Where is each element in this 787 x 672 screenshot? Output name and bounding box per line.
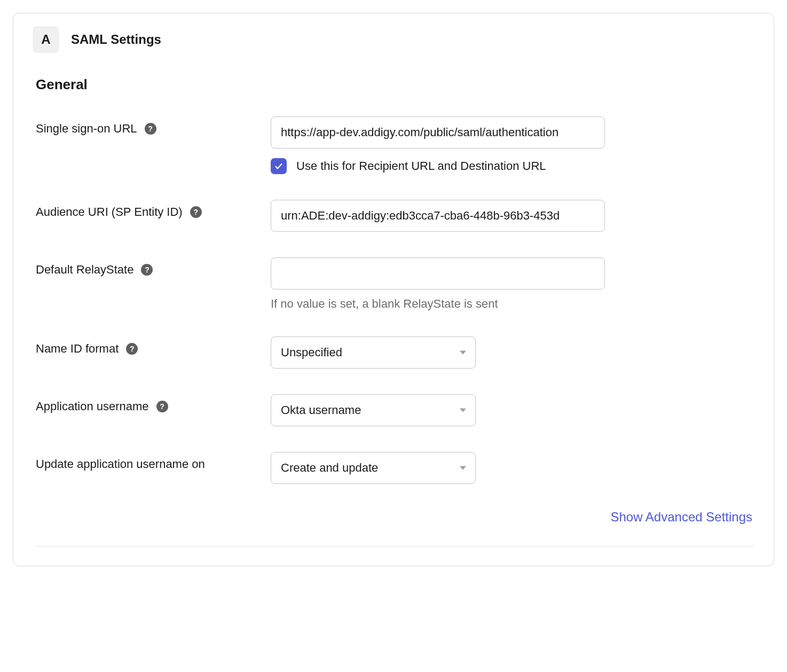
input-col: If no value is set, a blank RelayState i… [271,257,605,311]
label-col: Single sign-on URL ? [36,116,271,136]
input-col: Create and update [271,452,605,484]
card-title: SAML Settings [71,32,161,47]
show-advanced-settings-link[interactable]: Show Advanced Settings [610,510,752,524]
help-icon[interactable]: ? [141,264,153,276]
app-username-label: Application username [36,400,149,413]
label-col: Name ID format ? [36,337,271,356]
audience-uri-label: Audience URI (SP Entity ID) [36,205,183,219]
recipient-url-checkbox-row: Use this for Recipient URL and Destinati… [271,158,605,174]
check-icon [274,161,284,171]
input-col: Use this for Recipient URL and Destinati… [271,116,605,174]
name-id-format-select[interactable]: Unspecified [271,337,476,369]
row-update-username-on: Update application username on Create an… [33,452,754,484]
update-username-on-label: Update application username on [36,457,205,471]
update-username-on-select-wrap: Create and update [271,452,476,484]
help-icon[interactable]: ? [126,343,138,355]
label-col: Default RelayState ? [36,257,271,277]
row-audience-uri: Audience URI (SP Entity ID) ? [33,200,754,232]
input-col [271,200,605,232]
recipient-url-checkbox[interactable] [271,158,287,174]
name-id-format-select-wrap: Unspecified [271,337,476,369]
relay-state-input[interactable] [271,257,605,290]
row-name-id-format: Name ID format ? Unspecified [33,337,754,369]
sso-url-label: Single sign-on URL [36,122,137,136]
audience-uri-input[interactable] [271,200,605,232]
recipient-url-checkbox-label: Use this for Recipient URL and Destinati… [296,159,546,173]
name-id-format-label: Name ID format [36,342,119,356]
app-username-value: Okta username [281,403,361,417]
label-col: Application username ? [36,394,271,413]
sso-url-input[interactable] [271,116,605,149]
row-app-username: Application username ? Okta username [33,394,754,426]
input-col: Okta username [271,394,605,426]
app-username-select-wrap: Okta username [271,394,476,426]
name-id-format-value: Unspecified [281,346,342,360]
relay-state-label: Default RelayState [36,263,133,277]
divider [36,546,754,546]
label-col: Audience URI (SP Entity ID) ? [36,200,271,219]
help-icon[interactable]: ? [190,206,202,218]
row-sso-url: Single sign-on URL ? Use this for Recipi… [33,116,754,174]
help-icon[interactable]: ? [156,401,168,412]
update-username-on-select[interactable]: Create and update [271,452,476,484]
section-title-general: General [33,76,754,93]
help-icon[interactable]: ? [145,123,156,135]
input-col: Unspecified [271,337,605,369]
app-username-select[interactable]: Okta username [271,394,476,426]
relay-state-helper: If no value is set, a blank RelayState i… [271,297,605,311]
update-username-on-value: Create and update [281,461,378,475]
card-header: A SAML Settings [33,26,754,53]
advanced-row: Show Advanced Settings [33,510,754,525]
label-col: Update application username on [36,452,271,471]
saml-settings-card: A SAML Settings General Single sign-on U… [13,13,774,566]
step-badge: A [33,26,59,53]
row-relay-state: Default RelayState ? If no value is set,… [33,257,754,311]
